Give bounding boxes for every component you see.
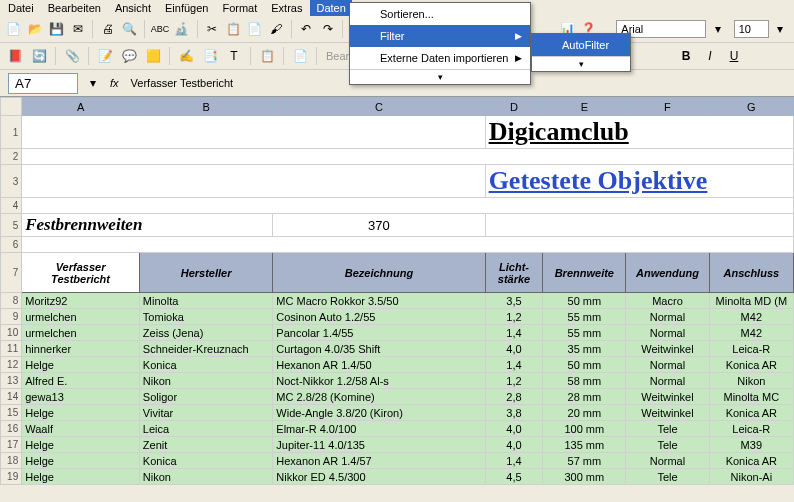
data-cell[interactable]: hinnerker <box>22 341 140 357</box>
data-cell[interactable]: 28 mm <box>543 389 626 405</box>
data-cell[interactable]: Weitwinkel <box>626 405 709 421</box>
col-e[interactable]: E <box>543 98 626 116</box>
row-2[interactable]: 2 <box>1 149 22 165</box>
data-cell[interactable]: Zeiss (Jena) <box>139 325 272 341</box>
mail-icon[interactable]: ✉ <box>68 18 87 40</box>
data-cell[interactable]: 1,2 <box>485 309 543 325</box>
size-dropdown-icon[interactable]: ▾ <box>771 18 790 40</box>
hdr-verfasser[interactable]: Verfasser Testbericht <box>22 253 140 293</box>
select-all-corner[interactable] <box>1 98 22 116</box>
data-cell[interactable]: 1,4 <box>485 357 543 373</box>
row-11[interactable]: 11 <box>1 341 22 357</box>
paste-icon[interactable]: 📄 <box>245 18 264 40</box>
data-cell[interactable]: Moritz92 <box>22 293 140 309</box>
col-f[interactable]: F <box>626 98 709 116</box>
submenu-expand-icon[interactable]: ▾ <box>532 56 630 71</box>
row-3[interactable]: 3 <box>1 165 22 198</box>
data-cell[interactable]: gewa13 <box>22 389 140 405</box>
data-cell[interactable]: Macro <box>626 293 709 309</box>
data-cell[interactable]: Konica <box>139 357 272 373</box>
data-cell[interactable]: Normal <box>626 453 709 469</box>
data-cell[interactable]: Helge <box>22 437 140 453</box>
data-cell[interactable]: Tele <box>626 469 709 485</box>
font-dropdown-icon[interactable]: ▾ <box>708 18 727 40</box>
data-cell[interactable]: Alfred E. <box>22 373 140 389</box>
data-cell[interactable]: Normal <box>626 373 709 389</box>
data-cell[interactable]: Konica AR <box>709 453 793 469</box>
hdr-anwend[interactable]: Anwendung <box>626 253 709 293</box>
row-15[interactable]: 15 <box>1 405 22 421</box>
data-cell[interactable]: Konica AR <box>709 405 793 421</box>
data-cell[interactable]: Elmar-R 4.0/100 <box>273 421 485 437</box>
data-cell[interactable]: 1,4 <box>485 325 543 341</box>
data-cell[interactable]: 4,5 <box>485 469 543 485</box>
menu-sort[interactable]: Sortieren... <box>350 3 530 25</box>
row-14[interactable]: 14 <box>1 389 22 405</box>
research-icon[interactable]: 🔬 <box>172 18 191 40</box>
highlight-icon[interactable]: 🟨 <box>142 45 164 67</box>
col-d[interactable]: D <box>485 98 543 116</box>
data-cell[interactable]: 4,0 <box>485 341 543 357</box>
pdf-icon[interactable]: 📕 <box>4 45 26 67</box>
underline-icon[interactable]: U <box>723 45 745 67</box>
row-6[interactable]: 6 <box>1 237 22 253</box>
data-cell[interactable]: 300 mm <box>543 469 626 485</box>
data-cell[interactable]: M39 <box>709 437 793 453</box>
row-8[interactable]: 8 <box>1 293 22 309</box>
data-cell[interactable]: Weitwinkel <box>626 389 709 405</box>
data-cell[interactable]: M42 <box>709 309 793 325</box>
data-cell[interactable]: 135 mm <box>543 437 626 453</box>
data-cell[interactable]: 55 mm <box>543 325 626 341</box>
hdr-hersteller[interactable]: Hersteller <box>139 253 272 293</box>
data-cell[interactable]: Leica-R <box>709 421 793 437</box>
count-cell[interactable]: 370 <box>273 214 485 237</box>
mnu-extras[interactable]: Extras <box>265 0 308 16</box>
data-cell[interactable]: Minolta MD (M <box>709 293 793 309</box>
data-cell[interactable]: Waalf <box>22 421 140 437</box>
data-cell[interactable]: urmelchen <box>22 325 140 341</box>
bold-icon[interactable]: B <box>675 45 697 67</box>
row-1[interactable]: 1 <box>1 116 22 149</box>
data-cell[interactable]: 4,0 <box>485 421 543 437</box>
row-5[interactable]: 5 <box>1 214 22 237</box>
row-18[interactable]: 18 <box>1 453 22 469</box>
row-4[interactable]: 4 <box>1 198 22 214</box>
mnu-einfugen[interactable]: Einfügen <box>159 0 214 16</box>
doc-icon[interactable]: 📄 <box>289 45 311 67</box>
mnu-bearbeiten[interactable]: Bearbeiten <box>42 0 107 16</box>
menu-filter[interactable]: Filter▶ <box>350 25 530 47</box>
data-cell[interactable]: Konica AR <box>709 357 793 373</box>
review-icon[interactable]: 💬 <box>118 45 140 67</box>
cut-icon[interactable]: ✂ <box>203 18 222 40</box>
row-19[interactable]: 19 <box>1 469 22 485</box>
italic-icon[interactable]: I <box>699 45 721 67</box>
data-cell[interactable]: 57 mm <box>543 453 626 469</box>
save-icon[interactable]: 💾 <box>47 18 66 40</box>
data-cell[interactable]: Nikon <box>139 469 272 485</box>
hdr-anschluss[interactable]: Anschluss <box>709 253 793 293</box>
data-cell[interactable]: Helge <box>22 469 140 485</box>
data-cell[interactable]: Zenit <box>139 437 272 453</box>
row-12[interactable]: 12 <box>1 357 22 373</box>
data-cell[interactable]: Hexanon AR 1.4/50 <box>273 357 485 373</box>
row-16[interactable]: 16 <box>1 421 22 437</box>
row-9[interactable]: 9 <box>1 309 22 325</box>
data-cell[interactable]: Hexanon AR 1.4/57 <box>273 453 485 469</box>
data-cell[interactable]: Cosinon Auto 1.2/55 <box>273 309 485 325</box>
data-cell[interactable]: 35 mm <box>543 341 626 357</box>
cell-reference[interactable] <box>8 73 78 94</box>
hdr-licht[interactable]: Licht-stärke <box>485 253 543 293</box>
size-select[interactable] <box>734 20 769 38</box>
format-paint-icon[interactable]: 🖌 <box>267 18 286 40</box>
data-cell[interactable]: Jupiter-11 4.0/135 <box>273 437 485 453</box>
menu-autofilter[interactable]: AutoFilter <box>532 34 630 56</box>
cellref-dropdown-icon[interactable]: ▾ <box>82 72 104 94</box>
data-cell[interactable]: 1,4 <box>485 453 543 469</box>
data-cell[interactable]: urmelchen <box>22 309 140 325</box>
data-cell[interactable]: MC Macro Rokkor 3.5/50 <box>273 293 485 309</box>
data-cell[interactable]: 100 mm <box>543 421 626 437</box>
data-cell[interactable]: 55 mm <box>543 309 626 325</box>
data-cell[interactable]: Helge <box>22 453 140 469</box>
data-cell[interactable]: 50 mm <box>543 293 626 309</box>
hdr-bezeichnung[interactable]: Bezeichnung <box>273 253 485 293</box>
